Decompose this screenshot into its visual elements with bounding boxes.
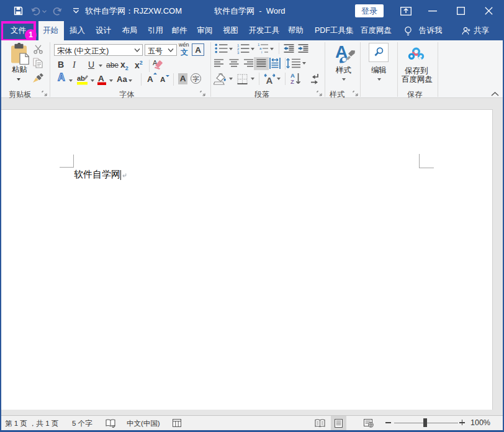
- svg-text:3: 3: [237, 51, 240, 55]
- svg-text:ab: ab: [77, 74, 85, 82]
- svg-text:A: A: [98, 74, 104, 83]
- svg-text:A: A: [266, 75, 273, 84]
- svg-text:i: i: [261, 50, 262, 54]
- svg-text:Z: Z: [290, 78, 294, 85]
